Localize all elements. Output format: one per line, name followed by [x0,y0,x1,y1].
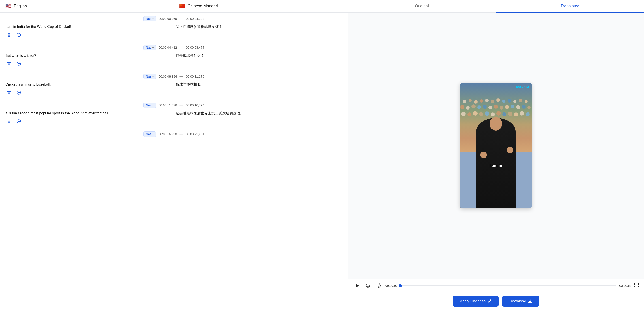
fullscreen-button[interactable] [634,283,639,289]
rewind-button[interactable]: 10 [364,282,372,290]
subtitle-row-3: Nas ▾ 00:00:08,934 — 00:00:11,276 Cricke… [0,70,348,99]
add-button-left-4[interactable] [15,118,22,125]
svg-point-17 [466,106,470,110]
tab-header: Original Translated [348,0,644,12]
delete-button-3[interactable] [5,89,12,96]
svg-text:10: 10 [367,285,369,287]
controls-bar: 10 10 00:00:00 00:00:59 [348,279,644,292]
translated-text-4: 它是继足球之后世界上第二受欢迎的运动。 [172,111,342,116]
svg-point-13 [513,100,516,103]
svg-point-28 [528,106,530,109]
original-flag: 🇺🇸 [5,3,12,9]
svg-point-33 [485,111,489,116]
time-row-5-partial: Nas ▾ 00:00:16,930 — 00:00:21,264 [0,132,348,137]
subtitle-row-2: Nas ▾ 00:00:04,412 — 00:00:08,474 But wh… [0,41,348,70]
action-row-4 [0,116,348,126]
time-end-4: 00:00:16,779 [186,104,204,107]
apply-changes-button[interactable]: Apply Changes [453,296,498,307]
action-row-1 [0,29,348,39]
svg-point-35 [496,111,501,116]
svg-point-7 [480,99,483,103]
time-total: 00:00:59 [619,284,632,288]
svg-point-14 [519,99,522,102]
video-player: I am in NASDAILY [460,83,532,208]
text-row-3: Cricket is similar to baseball. 板球与棒球相似。 [0,82,348,87]
progress-dot[interactable] [399,284,402,287]
svg-point-34 [491,112,495,117]
speaker-chevron-2: ▾ [152,46,154,49]
original-language-col: 🇺🇸 English [0,0,174,12]
speaker-chevron-4: ▾ [152,104,154,107]
download-button[interactable]: Download [502,296,539,307]
time-dash-4: — [180,103,183,107]
svg-point-37 [508,112,512,116]
action-left-1 [5,31,172,38]
action-right-3 [172,89,342,96]
speaker-badge-5-partial[interactable]: Nas ▾ [144,132,156,137]
speaker-badge-1[interactable]: Nas ▾ [144,16,156,21]
svg-point-5 [468,99,472,102]
action-left-3 [5,89,172,96]
speaker-badge-3[interactable]: Nas ▾ [144,74,156,79]
time-start-1: 00:00:00,369 [159,17,177,20]
text-row-4: It is the second most popular sport in t… [0,111,348,116]
svg-point-11 [502,100,505,103]
original-text-1: I am in India for the World Cup of Crick… [5,24,172,29]
speaker-name-2: Nas [146,46,152,49]
time-end-2: 00:00:08,474 [186,46,204,49]
video-area: I am in NASDAILY [348,12,644,279]
time-row-1: Nas ▾ 00:00:00,369 — 00:00:04,292 [0,16,348,21]
video-subtitle-overlay: I am in [490,163,502,168]
speaker-badge-4[interactable]: Nas ▾ [144,103,156,108]
svg-marker-41 [356,284,359,288]
svg-point-32 [479,112,483,116]
add-button-left-1[interactable] [15,31,22,38]
svg-point-29 [461,112,466,116]
svg-point-10 [496,98,500,102]
time-row-4: Nas ▾ 00:00:11,576 — 00:00:16,779 [0,103,348,108]
time-row-2: Nas ▾ 00:00:04,412 — 00:00:08,474 [0,45,348,50]
action-left-4 [5,118,172,125]
action-left-2 [5,60,172,67]
svg-rect-46 [490,300,491,301]
translated-text-1: 我正在印度参加板球世界杯！ [172,24,342,29]
translated-text-2: 但是板球是什么？ [172,53,342,58]
speaker-badge-2[interactable]: Nas ▾ [144,45,156,50]
svg-point-27 [522,105,526,109]
tab-translated[interactable]: Translated [496,0,644,12]
original-text-4: It is the second most popular sport in t… [5,111,172,116]
delete-button-2[interactable] [5,60,12,67]
time-row-3: Nas ▾ 00:00:08,934 — 00:00:11,276 [0,74,348,79]
svg-point-36 [502,112,506,116]
progress-bar[interactable] [400,285,617,286]
action-row-3 [0,87,348,97]
forward-button[interactable]: 10 [374,282,383,290]
svg-point-22 [494,105,498,109]
translated-lang-name: Chinese Mandari... [188,4,221,8]
text-row-1: I am in India for the World Cup of Crick… [0,24,348,29]
time-end-1: 00:00:04,292 [186,17,204,20]
speaker-name-1: Nas [146,17,152,20]
tab-original[interactable]: Original [348,0,496,12]
play-button[interactable] [353,282,361,290]
svg-point-26 [516,105,520,109]
svg-point-6 [474,100,478,104]
svg-point-30 [468,112,472,117]
delete-button-1[interactable] [5,31,12,38]
translated-text-3: 板球与棒球相似。 [172,82,342,87]
original-text-2: But what is cricket? [5,53,172,58]
svg-point-40 [526,112,530,116]
action-right-2 [172,60,342,67]
language-header: 🇺🇸 English 🇨🇳 Chinese Mandari... [0,0,348,12]
time-dash-2: — [180,46,183,50]
svg-point-15 [524,100,528,103]
add-button-left-3[interactable] [15,89,22,96]
delete-button-4[interactable] [5,118,12,125]
add-button-left-2[interactable] [15,60,22,67]
subtitle-row-1: Nas ▾ 00:00:00,369 — 00:00:04,292 I am i… [0,12,348,41]
svg-point-12 [508,99,511,103]
time-dash-1: — [180,17,183,21]
subtitle-list: Nas ▾ 00:00:00,369 — 00:00:04,292 I am i… [0,12,348,312]
svg-point-18 [472,104,476,108]
svg-point-19 [477,106,481,109]
